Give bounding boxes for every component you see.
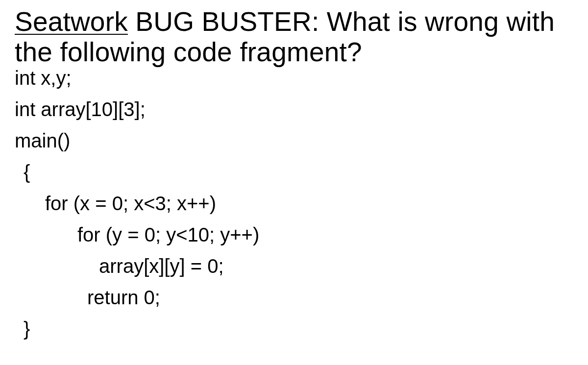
code-line-3: main() (15, 125, 573, 156)
code-line-2: int array[10][3]; (15, 94, 573, 125)
code-line-7: array[x][y] = 0; (15, 250, 573, 282)
question-title: Seatwork BUG BUSTER: What is wrong with … (15, 7, 573, 67)
code-line-9: } (15, 313, 573, 344)
seatwork-label: Seatwork (15, 6, 128, 37)
code-fragment: int x,y; int array[10][3]; main() { for … (15, 62, 573, 344)
code-line-8: return 0; (15, 282, 573, 313)
code-line-4: { (15, 156, 573, 188)
code-line-6: for (y = 0; y<10; y++) (15, 219, 573, 250)
code-line-5: for (x = 0; x<3; x++) (15, 188, 573, 219)
